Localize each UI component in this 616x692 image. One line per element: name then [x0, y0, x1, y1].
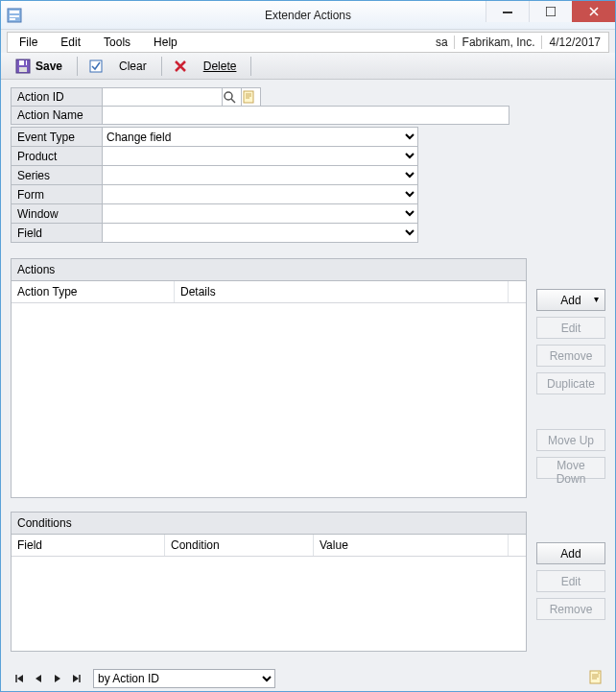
actions-edit-button[interactable]: Edit: [536, 317, 605, 339]
col-scroll-gutter: [509, 281, 526, 302]
event-type-select[interactable]: Change field: [103, 128, 417, 146]
actions-panel: Actions Action Type Details: [11, 258, 527, 498]
svg-rect-5: [546, 7, 556, 16]
action-name-input[interactable]: [103, 107, 509, 124]
toolbar-separator: [77, 57, 78, 76]
col-cond-value: Value: [314, 535, 509, 556]
actions-panel-title: Actions: [12, 259, 526, 281]
save-button[interactable]: Save: [7, 56, 71, 77]
menu-tools[interactable]: Tools: [92, 33, 142, 52]
actions-grid-body[interactable]: [12, 303, 526, 497]
series-select[interactable]: [103, 166, 417, 184]
form-select[interactable]: [103, 185, 417, 203]
record-note-icon[interactable]: [588, 670, 605, 687]
actions-moveup-button[interactable]: Move Up: [536, 429, 605, 451]
svg-rect-2: [10, 15, 19, 17]
nav-sort-select[interactable]: by Action ID: [93, 669, 275, 688]
event-form: Event Type Change field Product Series F…: [11, 127, 418, 243]
actions-columns: Action Type Details: [12, 281, 526, 303]
svg-point-11: [225, 92, 232, 100]
actions-duplicate-button[interactable]: Duplicate: [536, 372, 605, 394]
delete-icon: [173, 59, 188, 74]
window-controls: [486, 1, 615, 22]
delete-button[interactable]: Delete: [195, 56, 246, 77]
col-cond-condition: Condition: [165, 535, 314, 556]
svg-rect-9: [24, 60, 26, 65]
menu-help[interactable]: Help: [142, 33, 189, 52]
actions-movedown-button[interactable]: Move Down: [536, 457, 605, 479]
svg-rect-1: [10, 11, 19, 13]
minimize-button[interactable]: [486, 1, 529, 22]
label-event-type: Event Type: [12, 128, 103, 147]
toolbar-separator: [250, 57, 251, 76]
app-icon: [7, 8, 22, 23]
col-details: Details: [175, 281, 509, 302]
status-date: 4/12/2017: [541, 36, 601, 49]
conditions-columns: Field Condition Value: [12, 535, 526, 557]
lookup-button[interactable]: [223, 88, 242, 107]
nav-last-button[interactable]: [68, 669, 85, 688]
col-scroll-gutter: [509, 535, 526, 556]
conditions-remove-button[interactable]: Remove: [536, 598, 605, 620]
maximize-button[interactable]: [529, 1, 572, 22]
status-bar: sa Fabrikam, Inc. 4/12/2017: [436, 36, 608, 49]
toolbar-separator: [161, 57, 162, 76]
menu-bar: File Edit Tools Help sa Fabrikam, Inc. 4…: [7, 32, 609, 53]
svg-rect-3: [10, 18, 15, 20]
svg-rect-10: [90, 60, 102, 72]
actions-add-button[interactable]: Add: [536, 289, 605, 311]
close-button[interactable]: [572, 1, 615, 22]
save-icon: [15, 59, 31, 74]
toolbar: Save Clear Delete: [1, 53, 615, 80]
actions-side-buttons: Add Edit Remove Duplicate Move Up Move D…: [536, 258, 605, 498]
clear-button[interactable]: Clear: [110, 56, 155, 77]
save-label: Save: [36, 60, 62, 73]
header-form: Action ID Action Name: [11, 87, 509, 125]
conditions-panel-title: Conditions: [12, 513, 526, 535]
conditions-grid-body[interactable]: [12, 557, 526, 651]
content-area: Action ID Action Name Event Type Change …: [1, 80, 615, 666]
title-bar: Extender Actions: [1, 1, 615, 30]
conditions-panel: Conditions Field Condition Value: [11, 512, 527, 652]
conditions-side-buttons: Add Edit Remove: [536, 512, 605, 652]
clear-icon-button[interactable]: [83, 56, 108, 77]
col-action-type: Action Type: [12, 281, 175, 302]
status-user: sa: [436, 36, 448, 49]
window-select[interactable]: [103, 204, 417, 223]
menu-edit[interactable]: Edit: [49, 33, 92, 52]
delete-label: Delete: [203, 60, 237, 73]
conditions-edit-button[interactable]: Edit: [536, 570, 605, 592]
status-company: Fabrikam, Inc.: [454, 36, 535, 49]
product-select[interactable]: [103, 147, 417, 165]
nav-prev-button[interactable]: [30, 669, 47, 688]
conditions-add-button[interactable]: Add: [536, 542, 605, 564]
note-button[interactable]: [242, 88, 261, 107]
svg-rect-4: [503, 12, 512, 13]
label-action-name: Action Name: [12, 107, 103, 125]
label-series: Series: [12, 166, 103, 185]
nav-next-button[interactable]: [49, 669, 66, 688]
svg-rect-12: [244, 91, 253, 103]
label-field: Field: [12, 224, 103, 243]
delete-icon-button[interactable]: [168, 56, 193, 77]
label-action-id: Action ID: [12, 88, 103, 107]
action-id-input[interactable]: [103, 89, 222, 106]
nav-first-button[interactable]: [11, 669, 28, 688]
actions-remove-button[interactable]: Remove: [536, 345, 605, 367]
label-window: Window: [12, 204, 103, 224]
label-form: Form: [12, 185, 103, 204]
record-nav-bar: by Action ID: [1, 666, 615, 691]
menu-file[interactable]: File: [8, 33, 49, 52]
app-window: Extender Actions File Edit Tools Help sa…: [0, 0, 616, 692]
clear-label: Clear: [119, 60, 147, 73]
field-select[interactable]: [103, 224, 417, 242]
clear-icon: [88, 59, 104, 74]
label-product: Product: [12, 147, 103, 166]
svg-rect-8: [19, 67, 27, 72]
col-cond-field: Field: [12, 535, 165, 556]
